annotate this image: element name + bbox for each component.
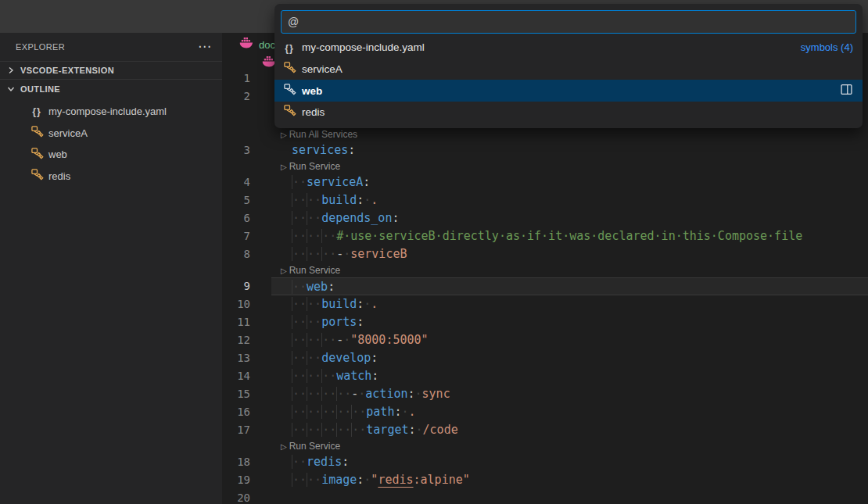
- code-token: depends_on: [321, 211, 392, 225]
- split-editor-icon: [839, 84, 853, 98]
- indent-guide: ··: [307, 405, 321, 419]
- code-token: .: [409, 405, 416, 419]
- indent-guide: ··: [336, 405, 351, 419]
- code-line-17[interactable]: 17··········target:·/code: [222, 421, 868, 439]
- symbols-count-badge: symbols (4): [801, 41, 853, 53]
- code-token: :: [392, 211, 399, 225]
- code-line-5[interactable]: 5····build:·.: [222, 191, 868, 209]
- quick-pick-item-web[interactable]: web: [274, 80, 863, 102]
- indent-guide: ··: [307, 473, 321, 487]
- code-line-content[interactable]: ··serviceA:: [271, 173, 868, 191]
- docker-whale-icon: [239, 38, 253, 52]
- code-line-4[interactable]: 4··serviceA:: [222, 173, 868, 191]
- code-token: image: [321, 473, 357, 487]
- outline-item-servicea[interactable]: serviceA: [0, 123, 222, 145]
- more-actions-icon[interactable]: ⋯: [198, 43, 211, 51]
- quick-pick-item-redis[interactable]: redis: [274, 102, 863, 123]
- code-line-content[interactable]: ··········path:·.: [271, 403, 868, 421]
- codelens-run-service[interactable]: ▷Run Service: [271, 439, 868, 453]
- line-number: 5: [222, 191, 271, 209]
- indent-guide: ··: [307, 369, 321, 383]
- indent-guide: ··: [321, 369, 336, 383]
- codelens-run-all-services[interactable]: ▷Run All Services: [271, 127, 868, 141]
- outline-item-redis[interactable]: redis: [0, 166, 222, 188]
- code-line-content[interactable]: ····ports:: [271, 313, 868, 331]
- indent-guide: ··: [321, 247, 336, 261]
- indent-guide: ··: [292, 297, 307, 311]
- code-editor[interactable]: 12▷Run All Services3services:▷Run Servic…: [222, 70, 868, 504]
- code-token: :: [371, 369, 378, 383]
- code-token: build: [321, 193, 357, 207]
- indent-guide: ··: [292, 175, 307, 189]
- code-line-18[interactable]: 18··redis:: [222, 453, 868, 471]
- code-line-content[interactable]: [271, 489, 868, 504]
- code-line-19[interactable]: 19····image:·"redis:alpine": [222, 471, 868, 489]
- code-line-content[interactable]: services:: [271, 141, 868, 159]
- indent-guide: ··: [307, 211, 321, 225]
- code-token: build: [321, 297, 357, 311]
- code-line-6[interactable]: 6····depends_on:: [222, 209, 868, 227]
- outline-item-label: my-compose-include.yaml: [48, 105, 167, 117]
- line-number: 9: [222, 277, 271, 295]
- indent-guide: ··: [307, 387, 321, 401]
- code-line-15[interactable]: 15········-·action:·sync: [222, 385, 868, 403]
- gutter-spacer: [222, 127, 271, 141]
- code-line-20[interactable]: 20: [222, 489, 868, 504]
- code-line-16[interactable]: 16··········path:·.: [222, 403, 868, 421]
- sidebar-section-vscode-extension[interactable]: VSCODE-EXTENSION: [0, 61, 222, 80]
- code-line-7[interactable]: 7······#·use·serviceB·directly·as·if·it·…: [222, 227, 868, 245]
- code-line-13[interactable]: 13····develop:: [222, 349, 868, 367]
- line-number: 6: [222, 209, 271, 227]
- code-line-11[interactable]: 11····ports:: [222, 313, 868, 331]
- codelens-run-service[interactable]: ▷Run Service: [271, 159, 868, 173]
- code-line-10[interactable]: 10····build:·.: [222, 295, 868, 313]
- explorer-header: EXPLORER ⋯: [0, 33, 222, 61]
- code-line-content[interactable]: ····image:·"redis:alpine": [271, 471, 868, 489]
- indent-guide: ··: [292, 405, 307, 419]
- service-symbol-icon: [30, 125, 44, 141]
- outline-item-web[interactable]: web: [0, 144, 222, 166]
- sidebar-section-outline[interactable]: OUTLINE: [0, 80, 222, 98]
- quick-pick-item-my-compose-include-yaml[interactable]: {}my-compose-include.yamlsymbols (4): [274, 37, 863, 59]
- code-line-12[interactable]: 12······-·"8000:5000": [222, 331, 868, 349]
- indent-guide: ··: [307, 423, 321, 437]
- code-line-14[interactable]: 14······watch:: [222, 367, 868, 385]
- code-token: services: [292, 143, 348, 157]
- code-line-content[interactable]: ······watch:: [271, 367, 868, 385]
- indent-guide: ··: [292, 229, 307, 243]
- line-number: 20: [222, 489, 271, 504]
- indent-guide: ··: [307, 247, 321, 261]
- quick-pick-item-label: my-compose-include.yaml: [302, 41, 425, 53]
- open-to-side-action[interactable]: [839, 84, 853, 98]
- code-line-9[interactable]: 9··web:: [222, 277, 868, 295]
- code-token: serviceB: [350, 247, 407, 261]
- code-line-content[interactable]: ······-·serviceB: [271, 245, 868, 263]
- code-line-content[interactable]: ······#·use·serviceB·directly·as·if·it·w…: [271, 227, 868, 245]
- code-line-content[interactable]: ··redis:: [271, 453, 868, 471]
- code-token: sync: [422, 387, 450, 401]
- quick-pick-input[interactable]: [281, 10, 856, 34]
- code-line-3[interactable]: 3services:: [222, 141, 868, 159]
- code-line-content[interactable]: ····build:·.: [271, 191, 868, 209]
- gutter-spacer: [222, 159, 271, 173]
- code-line-content[interactable]: ····develop:: [271, 349, 868, 367]
- line-number: 8: [222, 245, 271, 263]
- code-line-content[interactable]: ········-·action:·sync: [271, 385, 868, 403]
- codelens-run-service[interactable]: ▷Run Service: [271, 263, 868, 277]
- service-symbol-icon: [30, 147, 44, 163]
- code-token: :: [348, 143, 355, 157]
- code-line-content[interactable]: ··web:: [271, 277, 868, 295]
- code-line-content[interactable]: ····build:·.: [271, 295, 868, 313]
- code-line-8[interactable]: 8······-·serviceB: [222, 245, 868, 263]
- code-line-content[interactable]: ··········target:·/code: [271, 421, 868, 439]
- run-triangle-icon: ▷: [281, 130, 287, 139]
- line-number: 12: [222, 331, 271, 349]
- outline-item-my-compose-include-yaml[interactable]: {}my-compose-include.yaml: [0, 101, 222, 123]
- line-number: 4: [222, 173, 271, 191]
- indent-guide: ··: [321, 333, 336, 347]
- quick-pick-item-servicea[interactable]: serviceA: [274, 59, 863, 80]
- code-line-content[interactable]: ····depends_on:: [271, 209, 868, 227]
- code-token: ·: [343, 333, 350, 347]
- code-line-content[interactable]: ······-·"8000:5000": [271, 331, 868, 349]
- chevron-down-icon: [5, 83, 17, 95]
